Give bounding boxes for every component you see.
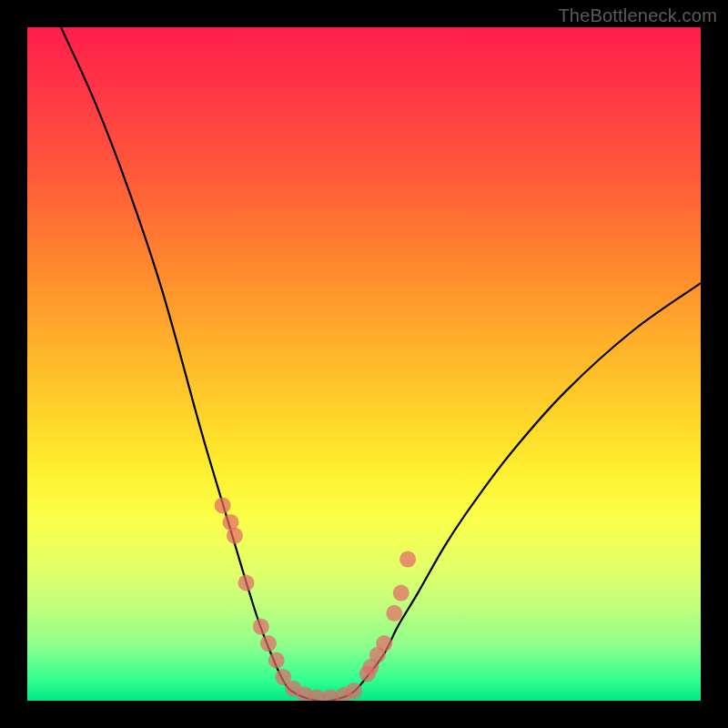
chart-svg bbox=[27, 27, 701, 701]
marker-point bbox=[399, 551, 416, 568]
marker-point bbox=[215, 497, 231, 513]
marker-point bbox=[393, 585, 410, 602]
marker-point bbox=[386, 605, 402, 622]
marker-point bbox=[260, 635, 277, 652]
marker-point bbox=[227, 528, 243, 544]
chart-frame: TheBottleneck.com bbox=[0, 0, 728, 728]
watermark-text: TheBottleneck.com bbox=[558, 5, 717, 26]
marker-group bbox=[215, 497, 417, 701]
marker-point bbox=[376, 635, 392, 652]
marker-point bbox=[253, 619, 269, 635]
marker-point bbox=[238, 575, 255, 592]
bottleneck-curve bbox=[61, 27, 701, 701]
marker-point bbox=[268, 652, 285, 669]
plot-area bbox=[27, 27, 701, 701]
marker-point bbox=[346, 682, 362, 699]
